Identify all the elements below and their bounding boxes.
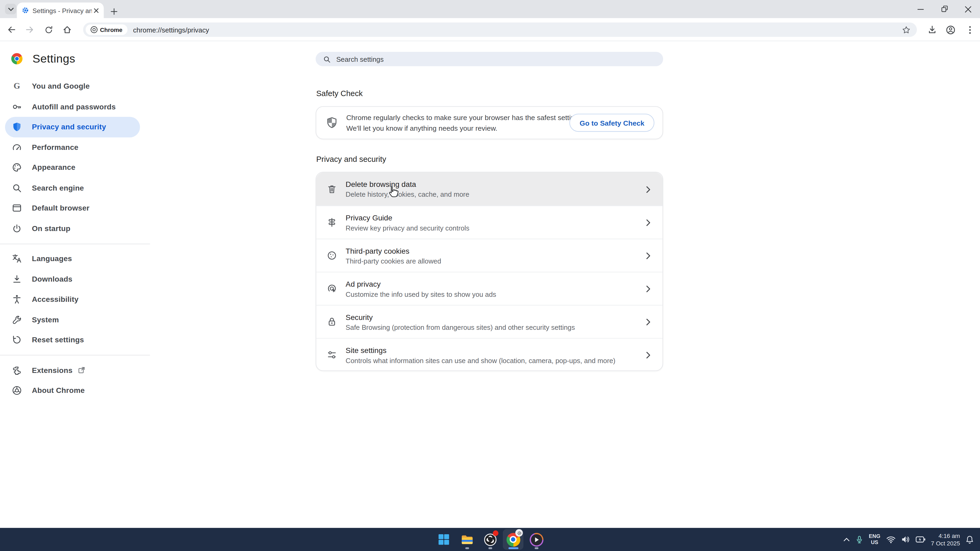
- back-arrow-icon: [7, 25, 16, 34]
- notifications-bell-icon[interactable]: [966, 535, 974, 544]
- sidebar-item-about-chrome[interactable]: About Chrome: [5, 380, 140, 401]
- window-minimize-button[interactable]: [913, 2, 929, 16]
- reset-icon: [12, 335, 22, 345]
- recording-badge: [493, 530, 498, 536]
- windows-taskbar: ENG US 4:16 am 7 Oct 2025: [0, 528, 980, 551]
- sidebar-item-extensions[interactable]: Extensions: [5, 360, 140, 380]
- sidebar-item-autofill[interactable]: Autofill and passwords: [5, 97, 140, 117]
- forward-arrow-icon: [25, 25, 34, 34]
- download-icon: [928, 25, 937, 34]
- chevron-up-icon: [843, 537, 850, 541]
- windows-start-icon: [437, 533, 450, 546]
- back-button[interactable]: [6, 24, 17, 35]
- language-indicator[interactable]: ENG US: [869, 534, 880, 545]
- shield-icon: [12, 122, 22, 132]
- safety-check-description: Chrome regularly checks to make sure you…: [346, 112, 584, 133]
- kebab-menu-icon: [969, 25, 971, 34]
- chrome-outline-icon: [12, 386, 22, 396]
- browser-window-icon: [12, 203, 22, 213]
- url-text: chrome://settings/privacy: [133, 26, 209, 33]
- obs-button[interactable]: [480, 529, 500, 550]
- google-g-icon: G: [12, 81, 22, 92]
- plus-icon: [110, 8, 117, 14]
- privacy-guide-icon: [327, 218, 337, 227]
- browser-menu-button[interactable]: [964, 24, 975, 35]
- window-restore-button[interactable]: [936, 2, 953, 16]
- sidebar-item-reset-settings[interactable]: Reset settings: [5, 330, 140, 350]
- active-tab[interactable]: Settings - Privacy and security: [17, 2, 103, 18]
- key-icon: [12, 102, 22, 112]
- safety-shield-icon: [326, 117, 337, 129]
- media-player-button[interactable]: [526, 529, 546, 550]
- tab-title: Settings - Privacy and security: [32, 7, 92, 14]
- ad-privacy-icon: [327, 284, 337, 294]
- restore-icon: [941, 6, 948, 13]
- privacy-section-heading: Privacy and security: [317, 155, 387, 164]
- bookmark-button[interactable]: [902, 25, 911, 34]
- chrome-taskbar-button[interactable]: [503, 529, 523, 550]
- reload-button[interactable]: [43, 24, 54, 35]
- row-delete-browsing-data[interactable]: Delete browsing data Delete history, coo…: [317, 173, 663, 205]
- minimize-icon: [918, 6, 924, 12]
- site-settings-sliders-icon: [327, 350, 337, 360]
- page-title: Settings: [32, 52, 75, 66]
- system-tray: ENG US 4:16 am 7 Oct 2025: [843, 528, 974, 551]
- settings-header: Settings: [0, 41, 150, 76]
- row-security[interactable]: Security Safe Browsing (protection from …: [317, 305, 663, 338]
- tab-strip: Settings - Privacy and security: [0, 0, 980, 18]
- safety-check-heading: Safety Check: [317, 89, 363, 98]
- forward-button[interactable]: [24, 24, 35, 35]
- wrench-icon: [12, 314, 22, 325]
- close-icon: [94, 8, 99, 13]
- speedometer-icon: [12, 142, 22, 152]
- palette-icon: [12, 163, 22, 173]
- clock[interactable]: 4:16 am 7 Oct 2025: [931, 532, 960, 547]
- volume-icon[interactable]: [901, 535, 910, 543]
- search-settings-input[interactable]: Search settings: [316, 52, 663, 66]
- sidebar-item-system[interactable]: System: [5, 310, 140, 330]
- chevron-right-icon: [646, 186, 651, 193]
- wifi-icon[interactable]: [886, 536, 895, 543]
- address-bar[interactable]: Chrome chrome://settings/privacy: [83, 22, 917, 37]
- downloads-button[interactable]: [927, 24, 938, 35]
- sidebar-item-languages[interactable]: Languages: [5, 249, 140, 269]
- sidebar-item-on-startup[interactable]: On startup: [5, 218, 140, 238]
- tray-overflow-button[interactable]: [843, 537, 850, 541]
- sidebar-item-you-and-google[interactable]: G You and Google: [5, 76, 140, 96]
- go-to-safety-check-button[interactable]: Go to Safety Check: [570, 114, 654, 132]
- sidebar-item-search-engine[interactable]: Search engine: [5, 178, 140, 198]
- sidebar-item-accessibility[interactable]: Accessibility: [5, 289, 140, 310]
- home-button[interactable]: [62, 24, 72, 35]
- chevron-right-icon: [646, 252, 651, 259]
- microphone-in-use-icon[interactable]: [856, 535, 863, 544]
- chevron-right-icon: [646, 219, 651, 226]
- tab-close-button[interactable]: [92, 6, 101, 14]
- start-button[interactable]: [434, 529, 454, 550]
- file-explorer-button[interactable]: [457, 529, 477, 550]
- row-privacy-guide[interactable]: Privacy Guide Review key privacy and sec…: [317, 205, 663, 238]
- row-site-settings[interactable]: Site settings Controls what information …: [317, 338, 663, 371]
- row-third-party-cookies[interactable]: Third-party cookies Third-party cookies …: [317, 239, 663, 272]
- window-close-button[interactable]: [960, 2, 976, 16]
- download-icon: [12, 274, 22, 284]
- sidebar-item-appearance[interactable]: Appearance: [5, 157, 140, 178]
- settings-sidebar: Settings G You and Google Autofill and p…: [0, 41, 150, 401]
- sidebar-item-privacy-and-security[interactable]: Privacy and security: [5, 117, 140, 137]
- site-chip[interactable]: Chrome: [86, 24, 127, 35]
- sidebar-item-downloads[interactable]: Downloads: [5, 269, 140, 289]
- search-icon: [12, 183, 22, 193]
- translate-icon: [12, 254, 22, 264]
- search-placeholder: Search settings: [336, 56, 384, 63]
- new-tab-button[interactable]: [108, 5, 120, 17]
- profile-button[interactable]: [945, 24, 956, 35]
- row-ad-privacy[interactable]: Ad privacy Customize the info used by si…: [317, 272, 663, 305]
- battery-icon[interactable]: [915, 536, 925, 543]
- sidebar-item-performance[interactable]: Performance: [5, 137, 140, 157]
- active-app-indicator: [508, 547, 518, 549]
- sidebar-item-default-browser[interactable]: Default browser: [5, 198, 140, 218]
- home-icon: [62, 25, 72, 34]
- puzzle-icon: [12, 365, 22, 375]
- chevron-down-icon: [8, 7, 13, 11]
- profile-icon: [945, 25, 956, 35]
- tab-search-button[interactable]: [5, 4, 16, 14]
